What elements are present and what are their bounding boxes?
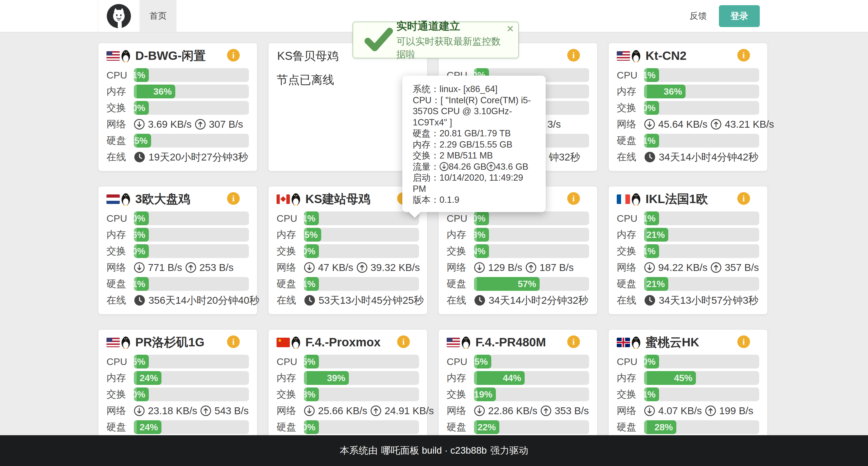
disk-bar-value: 21% <box>646 279 668 289</box>
swap-bar-track: 1% <box>644 244 759 258</box>
info-icon[interactable]: i <box>737 192 750 205</box>
cpu-row: CPU 5% <box>277 355 419 368</box>
toast-close-icon[interactable]: × <box>506 23 514 35</box>
mem-row: 内存 24% <box>106 371 249 385</box>
disk-bar-fill: 1% <box>134 277 149 291</box>
net-label: 网络 <box>277 404 304 418</box>
info-icon[interactable]: i <box>737 49 750 62</box>
net-label: 网络 <box>106 261 134 274</box>
mem-bar-track: 3% <box>474 228 589 242</box>
linux-penguin-icon <box>290 335 302 349</box>
swap-label: 交换 <box>277 244 304 258</box>
net-up-icon <box>705 405 716 416</box>
info-icon[interactable]: i <box>227 49 240 62</box>
mem-bar-track: 6% <box>134 228 249 242</box>
cpu-label: CPU <box>447 213 474 224</box>
net-row: 网络 771 B/s 253 B/s <box>106 261 249 274</box>
server-name: F.4.-Proxmox <box>305 335 380 349</box>
net-row: 网络 23.18 KB/s 543 B/s <box>106 404 249 418</box>
mem-label: 内存 <box>617 228 644 241</box>
info-icon[interactable]: i <box>567 49 580 62</box>
flag-cn-icon <box>277 338 290 347</box>
disk-row: 硬盘 11% <box>617 134 759 147</box>
server-card: Kt-CN2 i CPU 1% 内存 36% 交换 0% 网络 <box>608 42 768 171</box>
uptime-visible-fragment: 钟32秒 <box>549 151 580 164</box>
disk-bar-value: 10% <box>304 422 319 433</box>
disk-row: 硬盘 1% <box>106 277 249 291</box>
disk-label: 硬盘 <box>106 277 134 291</box>
server-name: F.4.-PR480M <box>475 335 546 349</box>
swap-bar-fill: 0% <box>134 101 149 115</box>
cpu-label: CPU <box>617 70 644 81</box>
net-row: 网络 129 B/s 187 B/s <box>447 261 589 274</box>
disk-row: 硬盘 57% <box>447 277 589 291</box>
disk-bar-fill: 11% <box>644 134 659 147</box>
mem-row: 内存 36% <box>106 85 249 98</box>
login-button[interactable]: 登录 <box>719 5 760 27</box>
disk-row: 硬盘 24% <box>106 420 249 434</box>
mem-bar-value: 24% <box>140 373 161 384</box>
uptime-row: 在线 34天14小时2分钟32秒 <box>447 293 589 307</box>
mem-row: 内存 44% <box>447 371 589 385</box>
mem-bar-fill: 3% <box>474 228 489 242</box>
nav-tab-home[interactable]: 首页 <box>140 0 177 32</box>
tooltip-traffic-label: 流量： <box>413 162 439 172</box>
site-logo[interactable] <box>98 0 140 32</box>
linux-penguin-icon <box>120 49 132 63</box>
net-down-value: 129 B/s <box>488 262 522 273</box>
cpu-row: CPU 1% <box>617 68 759 82</box>
server-name: 3欧大盘鸡 <box>135 191 190 207</box>
mem-label: 内存 <box>277 228 304 241</box>
cpu-bar-track: 1% <box>304 211 419 225</box>
net-down-icon <box>644 405 655 416</box>
cpu-bar-fill: 0% <box>134 211 149 225</box>
footer-suffix: 强力驱动 <box>490 444 528 457</box>
net-label: 网络 <box>617 404 644 418</box>
mem-bar-fill: 44% <box>474 371 525 385</box>
mem-row: 内存 3% <box>447 228 589 242</box>
swap-bar-fill: 1% <box>644 388 659 401</box>
swap-label: 交换 <box>447 244 474 258</box>
cpu-bar-track: 1% <box>644 68 759 82</box>
swap-bar-track: 0% <box>134 244 249 258</box>
net-up-value: 187 B/s <box>539 262 574 273</box>
net-up-icon <box>200 405 211 416</box>
swap-bar-fill: 19% <box>474 388 496 401</box>
swap-label: 交换 <box>617 388 644 401</box>
info-icon[interactable]: i <box>227 335 240 348</box>
clock-icon <box>134 151 145 163</box>
mem-bar-value: 3% <box>474 230 489 240</box>
feedback-link[interactable]: 反馈 <box>689 10 707 22</box>
net-up-value: 24.91 KB/s <box>384 405 434 417</box>
net-down-value: 4.07 KB/s <box>658 405 702 417</box>
net-down-icon <box>134 119 145 130</box>
net-row: 网络 4.07 KB/s 199 B/s <box>617 404 759 418</box>
disk-row: 硬盘 1% <box>277 277 419 291</box>
tooltip-mem-label: 内存： <box>413 139 439 149</box>
swap-bar-fill: 8% <box>304 388 319 401</box>
swap-row: 交换 0% <box>106 244 249 258</box>
disk-label: 硬盘 <box>617 421 644 434</box>
uptime-value: 356天14小时20分钟40秒 <box>149 294 259 307</box>
uptime-value: 34天14小时4分钟42秒 <box>659 151 758 164</box>
disk-label: 硬盘 <box>106 421 134 434</box>
uptime-value: 19天20小时27分钟3秒 <box>149 151 248 164</box>
mem-label: 内存 <box>617 371 644 385</box>
info-icon[interactable]: i <box>737 335 750 348</box>
disk-bar-track: 1% <box>304 277 419 291</box>
cpu-bar-fill: 1% <box>134 68 149 82</box>
cpu-label: CPU <box>106 213 134 224</box>
net-up-value: 39.32 KB/s <box>371 262 420 273</box>
info-icon[interactable]: i <box>227 192 240 205</box>
clock-icon <box>474 295 486 306</box>
info-icon[interactable]: i <box>567 335 580 348</box>
disk-label: 硬盘 <box>617 277 644 291</box>
linux-penguin-icon <box>630 335 642 349</box>
mem-row: 内存 15% <box>277 228 419 242</box>
info-icon[interactable]: i <box>397 335 410 348</box>
swap-bar-value: 1% <box>644 246 659 257</box>
disk-bar-fill: 24% <box>134 420 161 434</box>
footer-panel-link[interactable]: 哪吒面板 build · c23b88b <box>381 444 487 457</box>
net-up-icon <box>370 405 381 416</box>
info-icon[interactable]: i <box>567 192 580 205</box>
